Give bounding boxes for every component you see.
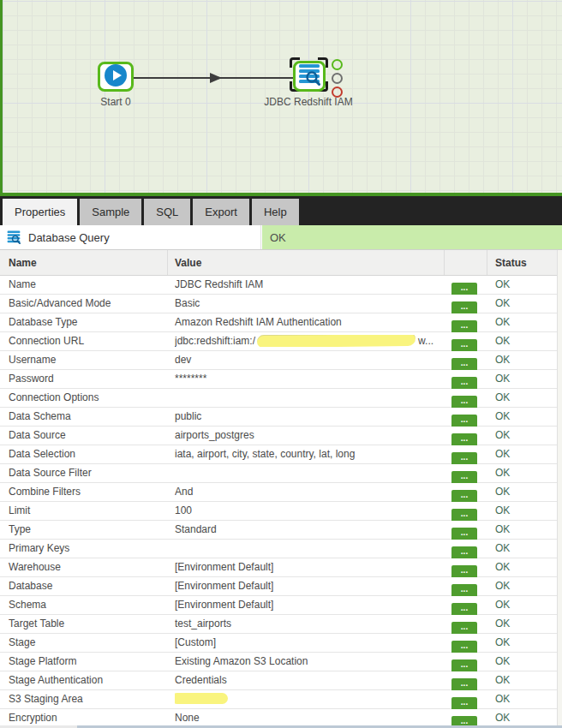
column-divider (487, 250, 487, 275)
property-row: Data Schema public ... OK (0, 408, 562, 427)
column-header-name: Name (9, 257, 37, 269)
property-value (175, 693, 442, 705)
tab-help[interactable]: Help (252, 199, 299, 225)
start-node-box[interactable] (98, 62, 134, 92)
property-row: Data Source Filter ... OK (0, 464, 562, 483)
property-name: Stage Authentication (9, 674, 103, 686)
vertical-scrollbar[interactable] (557, 250, 562, 725)
success-port[interactable] (332, 59, 343, 70)
property-status: OK (495, 354, 510, 366)
property-name: Username (9, 354, 56, 366)
property-name: Data Selection (9, 448, 75, 460)
property-name: Encryption (9, 712, 57, 724)
property-value: [Environment Default] (175, 580, 442, 592)
property-status: OK (495, 373, 510, 385)
property-value: 100 (175, 504, 442, 516)
property-value: [Environment Default] (175, 599, 442, 611)
property-name: S3 Staging Area (9, 693, 83, 705)
property-status: OK (495, 467, 510, 479)
property-status: OK (495, 410, 510, 422)
component-status: OK (270, 231, 286, 244)
property-name: Combine Filters (9, 486, 81, 498)
property-row: Data Source airports_postgres ... OK (0, 427, 562, 445)
property-status: OK (495, 618, 510, 630)
property-status: OK (495, 523, 510, 535)
property-row: Schema [Environment Default] ... OK (0, 596, 562, 615)
property-value: public (175, 410, 442, 422)
property-name: Database (9, 580, 52, 592)
app-window: Start 0 (0, 0, 562, 728)
property-value: jdbc:redshift:iam:/w... (175, 335, 442, 347)
property-status: OK (495, 278, 510, 290)
column-header-value: Value (175, 257, 201, 269)
property-status: OK (495, 636, 510, 648)
property-row: Type Standard ... OK (0, 521, 562, 540)
property-status: OK (495, 297, 510, 309)
redaction-highlight (257, 335, 416, 347)
property-status: OK (495, 316, 510, 328)
property-name: Schema (9, 599, 46, 611)
flow-connector-arrow[interactable] (131, 72, 296, 84)
property-row: Data Selection iata, airport, city, stat… (0, 445, 562, 464)
property-row: Combine Filters And ... OK (0, 483, 562, 502)
tab-sql[interactable]: SQL (144, 199, 190, 225)
job-canvas[interactable]: Start 0 (0, 0, 562, 193)
property-row: Target Table test_airports ... OK (0, 615, 562, 634)
tab-export[interactable]: Export (193, 199, 249, 225)
component-title: Database Query (28, 231, 110, 244)
properties-table-body: Name JDBC Redshift IAM ... OK Basic/Adva… (0, 276, 562, 728)
property-value: test_airports (175, 618, 442, 630)
component-title-area: Database Query (0, 225, 261, 249)
property-row: Connection URL jdbc:redshift:iam:/w... .… (0, 332, 562, 351)
property-name: Data Source (9, 429, 66, 441)
column-header-status: Status (495, 257, 527, 269)
property-row: Username dev ... OK (0, 351, 562, 370)
column-divider (444, 250, 445, 275)
database-query-icon (298, 63, 320, 89)
component-header-row: Database Query OK (0, 225, 562, 250)
property-status: OK (495, 655, 510, 667)
property-value: [Environment Default] (175, 561, 442, 573)
property-name: Connection Options (9, 391, 99, 403)
property-value: [Custom] (175, 636, 442, 648)
property-value: Existing Amazon S3 Location (175, 655, 442, 667)
property-name: Password (9, 373, 54, 385)
property-row: Stage Platform Existing Amazon S3 Locati… (0, 653, 562, 671)
table-header: Name Value Status (0, 250, 562, 276)
property-name: Name (9, 278, 36, 290)
property-name: Target Table (9, 618, 64, 630)
property-value: Standard (175, 523, 442, 535)
panel-tab-bar: PropertiesSampleSQLExportHelp (0, 196, 562, 225)
property-status: OK (495, 429, 510, 441)
tab-sample[interactable]: Sample (80, 199, 141, 225)
property-row: Stage Authentication Credentials ... OK (0, 671, 562, 690)
column-divider (167, 250, 168, 275)
property-status: OK (495, 693, 510, 705)
property-status: OK (495, 391, 510, 403)
property-row: Primary Keys ... OK (0, 540, 562, 558)
property-value: And (175, 486, 442, 498)
property-name: Type (9, 523, 31, 535)
tab-properties[interactable]: Properties (3, 199, 77, 225)
property-status: OK (495, 712, 510, 724)
property-value: ******** (175, 373, 442, 385)
property-value: iata, airport, city, state, country, lat… (175, 448, 442, 460)
canvas-left-border (0, 0, 3, 193)
property-name: Limit (9, 504, 30, 516)
property-value: Credentials (175, 674, 442, 686)
property-status: OK (495, 599, 510, 611)
node-label: Start 0 (100, 96, 130, 108)
unconditional-port[interactable] (332, 73, 343, 84)
property-row: Basic/Advanced Mode Basic ... OK (0, 295, 562, 313)
property-name: Database Type (9, 316, 78, 328)
property-value: airports_postgres (175, 429, 442, 441)
node-label: JDBC Redshift IAM (264, 96, 352, 108)
property-row: Password ******** ... OK (0, 370, 562, 389)
property-status: OK (495, 486, 510, 498)
database-query-node-box[interactable] (293, 61, 326, 92)
property-value: Basic (175, 297, 442, 309)
property-value: JDBC Redshift IAM (175, 278, 442, 290)
property-status: OK (495, 335, 510, 347)
property-name: Data Source Filter (9, 467, 92, 479)
property-status: OK (495, 504, 510, 516)
